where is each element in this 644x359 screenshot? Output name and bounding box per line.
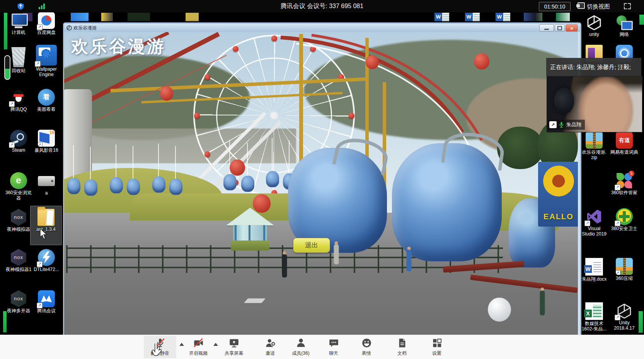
unity-icon: [586, 14, 603, 31]
desktop-icon-visual-studio[interactable]: Visual Studio 2019: [579, 208, 609, 237]
scene-title: 欢乐谷漫游: [71, 35, 166, 58]
exit-button[interactable]: 退出: [293, 238, 330, 253]
sunflower-sign: EALLO: [538, 162, 578, 227]
mic-muted-icon: [155, 338, 165, 348]
word-document-icon: W: [585, 258, 603, 276]
green-edge-strip: [639, 15, 644, 25]
window-titlebar[interactable]: 欢乐谷漫游 ×: [64, 24, 580, 32]
desktop-icon-fragment: [128, 13, 150, 21]
desktop-icon-360-safe[interactable]: 360安全卫士: [610, 208, 639, 232]
switch-view-button[interactable]: 切换视图: [578, 2, 610, 10]
desktop-icon-unity-2018[interactable]: Unity 2018.4.17: [610, 302, 639, 331]
360-software-manager-icon: 5: [616, 172, 633, 189]
green-edge-strip: [4, 13, 7, 49]
desktop-icon-youdao[interactable]: 有道 网易有道词典: [610, 132, 639, 155]
trees: [497, 127, 543, 169]
desktop-icon-qq[interactable]: 腾讯QQ: [4, 89, 33, 112]
mic-active-icon: [559, 122, 564, 128]
baidu-netdisk-icon: [38, 12, 55, 29]
docs-button[interactable]: 文档: [386, 336, 418, 358]
fullscreen-icon[interactable]: [624, 3, 631, 9]
desktop-icon-dtlite[interactable]: DTLite472...: [32, 249, 61, 273]
desktop-icon-steam[interactable]: Steam: [4, 130, 33, 153]
ride-seat: [241, 176, 254, 192]
close-button[interactable]: ×: [566, 24, 578, 32]
chat-button[interactable]: 聊天: [317, 336, 350, 358]
qq-icon: [10, 89, 27, 106]
slider-indicator: [4, 55, 10, 80]
green-edge-strip: [639, 311, 643, 333]
desktop-icon-wallpaper-engine[interactable]: Wallpaper Engine: [32, 45, 61, 78]
start-video-button[interactable]: 开启视频: [182, 336, 215, 358]
ride-seat: [67, 178, 80, 194]
switch-view-icon: [578, 2, 585, 9]
desktop-icon-docx[interactable]: W 朱品翔.docx: [579, 258, 609, 282]
desktop-icon-fragment: [524, 13, 542, 21]
ride-seat: [266, 171, 279, 187]
desktop-icon-happyvalley-zip[interactable]: 欢乐谷漫游. zip: [579, 132, 609, 161]
invite-button[interactable]: 邀请: [254, 336, 286, 358]
window-title: 欢乐谷漫游: [73, 24, 97, 32]
camera-off-icon: [193, 338, 204, 348]
desktop-icon-360-manager[interactable]: 5 360软件管家: [610, 172, 639, 196]
360-zip-icon: [616, 258, 633, 275]
minimize-button[interactable]: [539, 24, 554, 32]
members-button[interactable]: 成员(36): [285, 336, 317, 358]
ride-seat: [127, 179, 140, 195]
invite-icon: [265, 338, 276, 348]
desktop-icon-computer[interactable]: 计算机: [4, 12, 33, 36]
desktop-icon-360-zip[interactable]: 360压缩: [610, 258, 639, 281]
excel-doc-fragment: [556, 13, 570, 21]
word-doc-fragment: W: [434, 13, 449, 21]
screen-share-icon: ↗: [549, 121, 557, 128]
share-screen-icon: [229, 338, 239, 348]
document-icon: [397, 338, 407, 348]
desktop-icon-fragment: [101, 13, 113, 21]
desktop-icon-nox[interactable]: nox 夜神模拟器: [4, 209, 33, 232]
recycle-bin-icon: [10, 47, 27, 67]
active-speaker-banner: 正在讲话: 朱品翔; 涂馨丹; 汪毅;: [546, 58, 641, 76]
meeting-timer: 01:50:10: [539, 2, 571, 11]
participant-label: ↗ 朱品翔: [548, 120, 585, 130]
desktop-icon-tencent-meeting[interactable]: 腾讯会议: [32, 290, 61, 314]
desktop-icon-nox-multi[interactable]: nox 夜神多开器: [4, 290, 33, 314]
disk-icon: [38, 176, 55, 186]
desktop-icon-unity[interactable]: unity: [579, 14, 609, 37]
participant-video-thumbnail[interactable]: ↗ 朱品翔: [547, 76, 642, 132]
person: [333, 241, 339, 274]
white-sphere: [488, 298, 511, 322]
share-screen-button[interactable]: 共享屏幕: [218, 336, 250, 358]
360-browser-icon: e: [10, 172, 27, 189]
desktop-icon-xlsx[interactable]: X 数媒技术 1602-朱品...: [579, 302, 609, 332]
participant-name: 朱品翔: [566, 121, 581, 128]
desktop-icon-ant-folder[interactable]: ant_1.3.4: [30, 206, 62, 245]
network-icon: [616, 14, 633, 31]
ride-seat: [84, 180, 97, 196]
desktop-icon-360-browser[interactable]: e 360安全浏览 器: [4, 172, 33, 201]
settings-button[interactable]: 设置: [421, 336, 453, 358]
desktop-icon-meitu[interactable]: 看 美图看看: [32, 89, 61, 112]
word-doc-fragment: W: [465, 13, 480, 21]
gazebo-base: [231, 240, 269, 251]
desktop-icon-nox1[interactable]: nox 夜神模拟器1: [4, 249, 33, 273]
ride-seat: [152, 176, 165, 193]
desktop-icon-baidu-netdisk[interactable]: 百度网盘: [32, 12, 61, 36]
gazebo-roof: [226, 208, 274, 225]
folder-icon: [37, 209, 55, 226]
desktop-icon-fragment: [71, 13, 89, 21]
maximize-button[interactable]: [555, 24, 565, 32]
nox-icon: nox: [10, 290, 27, 307]
scene-viewport[interactable]: EALLO 欢乐谷漫游 退出: [64, 32, 578, 359]
headphone-shape: [554, 87, 574, 114]
settings-grid-icon: [432, 338, 442, 348]
emoji-button[interactable]: 表情: [350, 336, 383, 358]
desktop-icon-baofeng[interactable]: 16 暴风影音16: [32, 130, 61, 153]
emoji-icon: [361, 338, 372, 348]
members-icon: [296, 338, 306, 348]
unmute-button[interactable]: 解除静音: [144, 336, 176, 358]
desktop-icon-network[interactable]: 网络: [610, 14, 639, 37]
nox-icon: nox: [10, 249, 27, 266]
unity-icon: [616, 302, 633, 319]
chat-icon: [329, 338, 339, 348]
desktop-icon-a-drive[interactable]: a: [32, 172, 61, 196]
